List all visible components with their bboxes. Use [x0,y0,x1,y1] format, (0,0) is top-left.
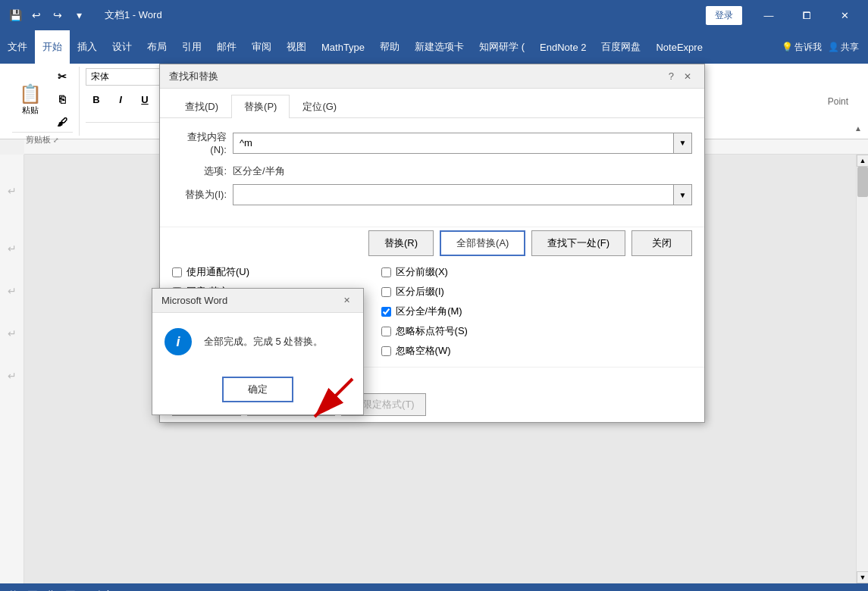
replace-label: 替换为(I): [172,188,233,202]
menu-file[interactable]: 文件 [0,30,35,64]
undo-quick-btn[interactable]: ↩ [27,6,45,24]
menu-layout[interactable]: 布局 [139,30,174,64]
menu-help[interactable]: 帮助 [372,30,407,64]
find-next-btn[interactable]: 查找下一处(F) [531,230,625,256]
menu-newtab[interactable]: 新建选项卡 [407,30,472,64]
checkbox-suffix[interactable]: 区分后缀(I) [381,285,468,299]
checkbox-whitespace-input[interactable] [381,346,391,356]
dialog-body: 查找内容(N): ▼ 选项: 区分全/半角 替换为(I): ▼ [160,118,704,227]
para-arrow-5: ↵ [8,370,17,382]
para-arrow-3: ↵ [8,285,17,297]
close-dialog-btn[interactable]: 关闭 [631,230,692,256]
msgbox-ok-btn[interactable]: 确定 [222,377,293,402]
checkbox-wildcard-input[interactable] [172,267,182,277]
find-input[interactable] [233,133,674,154]
page-info: 第 1 页，共 6 页 [9,589,75,592]
checkbox-punctuation[interactable]: 忽略标点符号(S) [381,324,468,338]
save-quick-btn[interactable]: 💾 [6,6,24,24]
menu-insert[interactable]: 插入 [70,30,105,64]
find-input-wrap: ▼ [233,133,692,154]
restore-button[interactable]: ⧠ [789,4,824,27]
msgbox-title: Microsoft Word [161,295,227,306]
dialog-action-buttons: 替换(R) 全部替换(A) 查找下一处(F) 关闭 [160,227,704,265]
minimize-button[interactable]: — [751,4,786,27]
status-bar: 第 1 页，共 6 页 0 个字 [0,583,868,591]
find-row: 查找内容(N): ▼ [172,130,692,155]
tell-me-button[interactable]: 💡 告诉我 [782,41,822,54]
login-button[interactable]: 登录 [706,6,742,25]
clipboard-label: 剪贴板 ⤢ [12,132,73,145]
paste-button[interactable]: 📋 粘贴 [12,78,49,120]
menu-mailings[interactable]: 邮件 [209,30,244,64]
checkbox-prefix-input[interactable] [381,267,391,277]
italic-button[interactable]: I [110,89,131,109]
menu-mathtype[interactable]: MathType [314,30,372,64]
find-dropdown-btn[interactable]: ▼ [674,133,692,154]
clipboard-expand[interactable]: ⤢ [53,136,59,144]
menu-design[interactable]: 设计 [105,30,139,64]
msgbox-close-btn[interactable]: ✕ [339,293,354,308]
msgbox-text: 全部完成。完成 5 处替换。 [204,334,323,349]
tab-replace[interactable]: 替换(P) [231,95,290,118]
message-box: Microsoft Word ✕ i 全部完成。完成 5 处替换。 确定 [152,288,364,415]
clipboard-group: 📋 粘贴 ✂ ⎘ 🖌 剪贴板 ⤢ [6,67,80,136]
bulb-icon: 💡 [782,42,793,52]
replace-input[interactable] [233,184,674,205]
msgbox-titlebar: Microsoft Word ✕ [152,289,363,313]
tab-find[interactable]: 查找(D) [172,95,231,118]
tab-goto[interactable]: 定位(G) [290,95,349,118]
ribbon-scroll-up[interactable]: ▲ [854,67,862,136]
checkbox-punctuation-input[interactable] [381,327,391,336]
paste-icon: 📋 [19,83,42,105]
menu-cnki[interactable]: 知网研学 ( [472,30,532,64]
dialog-title: 查找和替换 [169,70,218,83]
copy-button[interactable]: ⎘ [52,89,73,109]
close-button[interactable]: ✕ [827,4,862,27]
menu-review[interactable]: 审阅 [244,30,279,64]
quick-access-toolbar: 💾 ↩ ↪ ▾ [6,6,88,24]
menu-baidu[interactable]: 百度网盘 [594,30,648,64]
options-label: 选项: [172,164,233,178]
dialog-help-btn[interactable]: ? [669,70,674,82]
checkbox-prefix[interactable]: 区分前缀(X) [381,265,468,279]
format-painter-button[interactable]: 🖌 [52,112,73,132]
dialog-close-btn[interactable]: ✕ [680,69,695,84]
para-arrow-2: ↵ [8,242,17,255]
scroll-up-btn[interactable]: ▲ [857,155,868,167]
para-arrow-1: ↵ [8,185,17,197]
replace-btn[interactable]: 替换(R) [368,230,434,256]
ribbon-point-label: Point [828,96,848,107]
scroll-down-btn[interactable]: ▼ [857,571,868,583]
msgbox-body: i 全部完成。完成 5 处替换。 [152,313,363,371]
scroll-thumb[interactable] [857,167,868,197]
clipboard-buttons: 📋 粘贴 ✂ ⎘ 🖌 [12,67,73,132]
checkboxes-right: 区分前缀(X) 区分后缀(I) 区分全/半角(M) 忽略标点符号(S) 忽略空格… [381,265,468,358]
cut-button[interactable]: ✂ [52,67,73,86]
menu-view[interactable]: 视图 [279,30,314,64]
share-button[interactable]: 👤 共享 [828,41,859,54]
replace-row: 替换为(I): ▼ [172,184,692,205]
underline-button[interactable]: U [134,89,155,109]
window-controls: 登录 — ⧠ ✕ [706,4,862,27]
menu-start[interactable]: 开始 [35,30,70,64]
checkbox-fullhalf[interactable]: 区分全/半角(M) [381,305,468,318]
replace-dropdown-btn[interactable]: ▼ [674,184,692,205]
checkbox-wildcard[interactable]: 使用通配符(U) [172,265,318,279]
menu-references[interactable]: 引用 [174,30,209,64]
find-label: 查找内容(N): [172,130,233,155]
options-value: 区分全/半角 [233,164,285,178]
title-bar: 💾 ↩ ↪ ▾ 文档1 - Word 登录 — ⧠ ✕ [0,0,868,30]
ribbon-right-note: Point [822,67,854,136]
menu-noteexpress[interactable]: NoteExpre [648,30,710,64]
checkbox-suffix-input[interactable] [381,287,391,297]
replace-all-btn[interactable]: 全部替换(A) [440,230,525,256]
checkbox-whitespace[interactable]: 忽略空格(W) [381,344,468,358]
customize-quick-btn[interactable]: ▾ [70,6,88,24]
menu-endnote[interactable]: EndNote 2 [532,30,594,64]
checkbox-fullhalf-input[interactable] [381,307,391,317]
scroll-track[interactable] [857,167,868,571]
msgbox-info-icon: i [165,328,192,355]
redo-quick-btn[interactable]: ↪ [49,6,67,24]
bold-button[interactable]: B [86,89,107,109]
replace-input-wrap: ▼ [233,184,692,205]
